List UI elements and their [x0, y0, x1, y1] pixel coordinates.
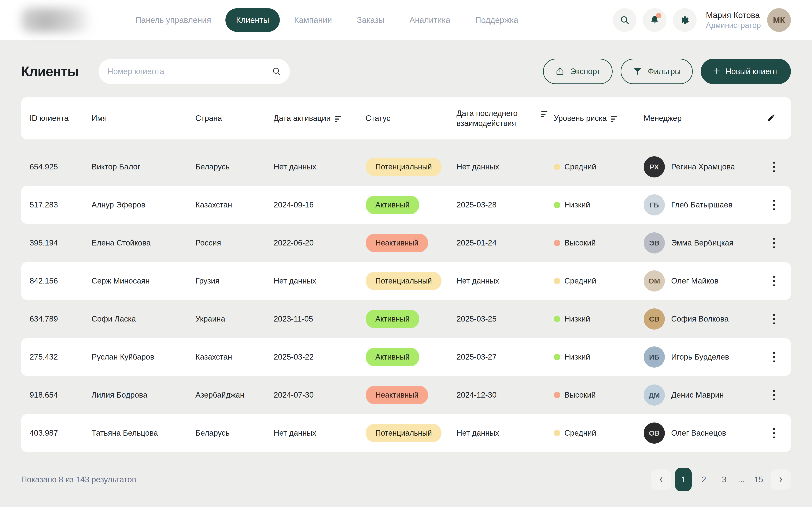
manager-avatar: ЭВ: [644, 232, 665, 253]
manager-name: Олег Майков: [671, 277, 718, 285]
status-badge: Неактивный: [366, 386, 428, 404]
manager-avatar: ИБ: [644, 346, 665, 368]
cell-risk: Средний: [554, 277, 644, 285]
cell-risk: Высокий: [554, 238, 644, 247]
filters-button[interactable]: Фильтры: [621, 59, 693, 84]
table-row[interactable]: 395.194 Елена Стойкова Россия 2022-06-20…: [21, 224, 791, 262]
table-row[interactable]: 654.925 Виктор Балог Беларусь Нет данных…: [21, 148, 791, 186]
sort-icon[interactable]: [335, 116, 341, 122]
table-row[interactable]: 403.987 Татьяна Бельцова Беларусь Нет да…: [21, 414, 791, 452]
nav-item-0[interactable]: Панель управления: [125, 8, 221, 32]
cell-manager: ИБ Игорь Бурделев: [644, 346, 765, 368]
logo[interactable]: [21, 8, 91, 33]
table-row[interactable]: 918.654 Лилия Бодрова Азербайджан 2024-0…: [21, 376, 791, 414]
column-header-0: ID клиента: [30, 113, 92, 123]
nav-item-3[interactable]: Заказы: [346, 8, 395, 32]
cell-client-id: 842.156: [30, 277, 92, 285]
cell-client-id: 918.654: [30, 391, 92, 399]
page-button-1[interactable]: 1: [675, 468, 692, 491]
row-menu-button[interactable]: [770, 387, 778, 403]
cell-actions: [765, 235, 782, 251]
chevron-right-icon: [777, 476, 784, 483]
risk-label: Низкий: [564, 315, 590, 324]
row-menu-button[interactable]: [770, 311, 778, 327]
row-menu-button[interactable]: [770, 273, 778, 289]
search-button[interactable]: [613, 8, 637, 32]
column-header-6: Уровень риска: [554, 113, 644, 123]
sort-icon[interactable]: [541, 111, 548, 117]
nav-item-4[interactable]: Аналитика: [399, 8, 461, 32]
cell-status: Активный: [366, 310, 457, 328]
page-button-2[interactable]: 2: [696, 468, 712, 491]
user-role: Администратор: [706, 20, 761, 30]
user-name: Мария Котова: [706, 10, 761, 20]
cell-manager: ЭВ Эмма Вербицкая: [644, 232, 765, 253]
cell-status: Неактивный: [366, 234, 457, 252]
search-icon: [272, 66, 282, 76]
user-avatar[interactable]: МК: [767, 8, 791, 32]
row-menu-button[interactable]: [770, 159, 778, 175]
filters-label: Фильтры: [648, 67, 681, 76]
column-header-2: Страна: [195, 113, 273, 123]
cell-manager: СВ София Волкова: [644, 308, 765, 330]
user-menu[interactable]: Мария Котова Администратор МК: [706, 8, 791, 32]
table-row[interactable]: 517.283 Алнур Эферов Казахстан 2024-09-1…: [21, 186, 791, 224]
cell-manager: ОВ Олег Васнецов: [644, 422, 765, 444]
nav-item-1[interactable]: Клиенты: [225, 8, 280, 32]
edit-pencil-icon[interactable]: [766, 114, 775, 123]
client-search-input[interactable]: [99, 59, 290, 84]
cell-actions: [765, 159, 782, 175]
cell-risk: Высокий: [554, 391, 644, 399]
next-page-button[interactable]: [770, 469, 791, 490]
manager-name: Эмма Вербицкая: [671, 238, 733, 247]
manager-avatar: ДМ: [644, 385, 665, 406]
manager-name: Денис Маврин: [671, 391, 724, 399]
cell-activation-date: 2024-09-16: [273, 201, 366, 209]
cell-manager: ГБ Глеб Батыршаев: [644, 194, 765, 216]
row-menu-button[interactable]: [770, 235, 778, 251]
row-menu-button[interactable]: [770, 197, 778, 213]
status-badge: Активный: [366, 310, 419, 328]
row-menu-button[interactable]: [770, 349, 778, 365]
cell-client-id: 275.432: [30, 352, 92, 361]
sort-icon[interactable]: [611, 116, 617, 122]
gear-icon: [679, 15, 690, 25]
manager-avatar: ГБ: [644, 194, 665, 216]
settings-button[interactable]: [673, 8, 697, 32]
manager-avatar: РХ: [644, 156, 665, 177]
risk-label: Низкий: [564, 201, 590, 209]
cell-risk: Средний: [554, 429, 644, 438]
notifications-button[interactable]: [643, 8, 666, 32]
column-header-1: Имя: [92, 113, 195, 123]
column-header-5: Дата последнего взаимодействия: [457, 108, 554, 128]
cell-name: Лилия Бодрова: [92, 391, 195, 399]
toolbar: Клиенты Экспорт: [0, 59, 812, 84]
status-badge: Активный: [366, 195, 419, 214]
topbar-right: Мария Котова Администратор МК: [613, 8, 791, 32]
risk-label: Средний: [564, 162, 596, 171]
cell-actions: [765, 273, 782, 289]
status-badge: Потенциальный: [366, 424, 442, 442]
new-client-button[interactable]: + Новый клиент: [701, 59, 791, 84]
manager-avatar: СВ: [644, 308, 665, 330]
row-menu-button[interactable]: [770, 425, 778, 441]
page-title: Клиенты: [21, 64, 79, 79]
table-row[interactable]: 275.432 Руслан Куйбаров Казахстан 2025-0…: [21, 338, 791, 376]
table-row[interactable]: 634.789 Софи Ласка Украина 2023-11-05 Ак…: [21, 300, 791, 338]
export-button[interactable]: Экспорт: [543, 59, 613, 84]
status-badge: Неактивный: [366, 234, 428, 252]
column-header-4: Статус: [366, 113, 457, 123]
page-button-3[interactable]: 3: [716, 468, 732, 491]
cell-country: Украина: [195, 315, 273, 324]
nav-item-2[interactable]: Кампании: [284, 8, 343, 32]
filter-icon: [633, 66, 643, 76]
column-header-3: Дата активации: [273, 113, 366, 123]
nav-item-5[interactable]: Поддержка: [465, 8, 529, 32]
status-badge: Потенциальный: [366, 272, 442, 290]
prev-page-button[interactable]: [651, 469, 671, 490]
table-row[interactable]: 842.156 Серж Миносаян Грузия Нет данных …: [21, 262, 791, 300]
page-button-15[interactable]: 15: [750, 468, 767, 491]
risk-label: Высокий: [564, 391, 596, 399]
status-badge: Потенциальный: [366, 158, 442, 176]
cell-actions: [765, 387, 782, 403]
